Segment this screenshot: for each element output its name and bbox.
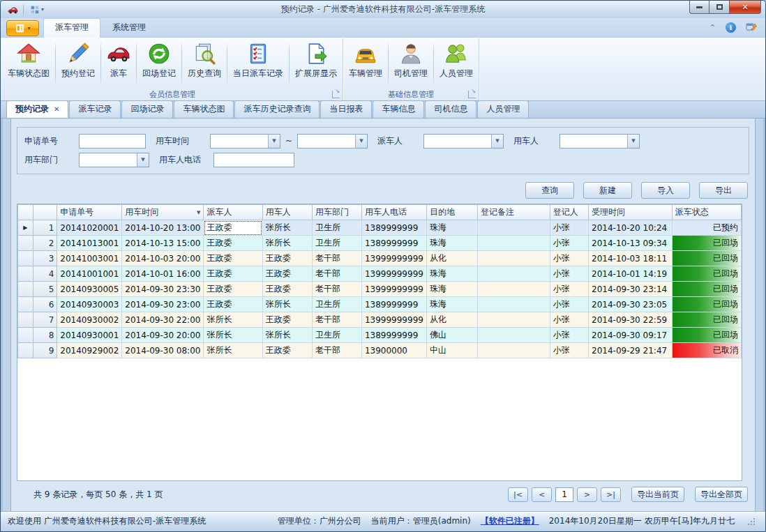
cell-destination[interactable]: 从化 — [426, 251, 477, 266]
group-dialog-launcher-icon[interactable] — [468, 91, 476, 98]
red-car-ribbon-item[interactable]: 派车 — [102, 39, 135, 88]
cell-accept_time[interactable]: 2014-10-13 09:34 — [589, 236, 673, 251]
cell-registrar[interactable]: 小张 — [550, 328, 588, 343]
table-row[interactable]: 4201410010012014-10-01 16:00王政委王政委老干部139… — [18, 266, 742, 282]
cell-department[interactable]: 老干部 — [312, 343, 361, 358]
cell-destination[interactable]: 珠海 — [426, 220, 477, 236]
quick-access-toolbar-button[interactable]: ▾ — [28, 4, 46, 15]
cell-destination[interactable]: 珠海 — [426, 282, 477, 297]
table-row[interactable]: 2201410130012014-10-13 15:00王政委张所长卫生所138… — [18, 236, 742, 251]
cell-dispatcher[interactable]: 王政委 — [204, 251, 262, 266]
cell-department[interactable]: 老干部 — [312, 282, 361, 297]
cell-apply_no[interactable]: 20140930003 — [57, 297, 122, 312]
cell-dispatcher[interactable]: 王政委 — [204, 266, 262, 282]
recycle-ribbon-item[interactable]: 回场登记 — [137, 39, 181, 88]
cell-phone[interactable]: 1389999999 — [361, 236, 426, 251]
ribbon-tab-0[interactable]: 派车管理 — [43, 18, 100, 38]
doc-tab-0[interactable]: 预约记录✕ — [6, 100, 68, 118]
cell-department[interactable]: 卫生所 — [312, 236, 361, 251]
cell-dispatcher[interactable]: 张所长 — [204, 328, 262, 343]
cell-apply_no[interactable]: 20140929002 — [57, 343, 122, 358]
cell-accept_time[interactable]: 2014-09-30 22:59 — [589, 312, 673, 328]
cell-status[interactable]: 已回场 — [672, 328, 741, 343]
cell-user[interactable]: 张所长 — [262, 220, 312, 236]
cell-user[interactable]: 张所长 — [262, 236, 312, 251]
cell-apply_no[interactable]: 20141003001 — [57, 251, 122, 266]
cell-user[interactable]: 张所长 — [262, 328, 312, 343]
cell-accept_time[interactable]: 2014-09-30 09:17 — [589, 328, 673, 343]
cell-accept_time[interactable]: 2014-09-29 21:47 — [589, 343, 673, 358]
cell-use_time[interactable]: 2014-10-13 15:00 — [122, 236, 204, 251]
prev-page-button[interactable]: < — [532, 487, 552, 502]
cell-remark[interactable] — [477, 297, 550, 312]
history-search-ribbon-item[interactable]: 历史查询 — [183, 39, 226, 88]
table-row[interactable]: 8201409300012014-09-30 20:00张所长张所长卫生所138… — [18, 328, 742, 343]
cell-apply_no[interactable]: 20140930005 — [57, 282, 122, 297]
doc-tab-8[interactable]: 人员管理 — [477, 100, 529, 118]
cell-phone[interactable]: 13999999999 — [361, 266, 426, 282]
cell-apply_no[interactable]: 20141013001 — [57, 236, 122, 251]
info-icon[interactable]: i — [726, 22, 736, 33]
cell-user[interactable]: 张所长 — [262, 297, 312, 312]
cell-accept_time[interactable]: 2014-10-03 18:11 — [589, 251, 673, 266]
people-ribbon-item[interactable]: 人员管理 — [435, 39, 478, 88]
cell-use_time[interactable]: 2014-09-30 23:30 — [122, 282, 204, 297]
cell-phone[interactable]: 13999999999 — [361, 251, 426, 266]
use-time-to-combo[interactable]: ▼ — [297, 134, 368, 149]
column-header-0[interactable]: 申请单号 — [57, 205, 122, 220]
table-row[interactable]: 5201409300052014-09-30 23:30王政委王政委老干部139… — [18, 282, 742, 297]
yellow-car-ribbon-item[interactable]: 车辆管理 — [344, 39, 387, 88]
cell-use_time[interactable]: 2014-10-03 20:00 — [122, 251, 204, 266]
cell-remark[interactable] — [477, 328, 550, 343]
doc-tab-4[interactable]: 派车历史记录查询 — [234, 100, 320, 118]
cell-dispatcher[interactable]: 王政委 — [204, 220, 262, 236]
user-combo[interactable]: ▼ — [560, 134, 640, 149]
dispatcher-combo[interactable]: ▼ — [423, 134, 504, 149]
column-header-4[interactable]: 用车部门 — [312, 205, 361, 220]
column-header-3[interactable]: 用车人 — [262, 205, 312, 220]
cell-registrar[interactable]: 小张 — [550, 312, 588, 328]
cell-status[interactable]: 已取消 — [672, 343, 741, 358]
cell-registrar[interactable]: 小张 — [550, 343, 588, 358]
group-dialog-launcher-icon[interactable] — [332, 91, 340, 98]
collapse-ribbon-icon[interactable]: ⌃ — [709, 24, 716, 31]
cell-remark[interactable] — [477, 343, 550, 358]
column-header-7[interactable]: 登记备注 — [477, 205, 550, 220]
export-all-pages-button[interactable]: 导出全部页 — [695, 487, 748, 502]
cell-phone[interactable]: 1389999999 — [361, 328, 426, 343]
cell-remark[interactable] — [477, 236, 550, 251]
first-page-button[interactable]: |< — [508, 487, 528, 502]
column-header-2[interactable]: 派车人 — [204, 205, 262, 220]
column-header-9[interactable]: 受理时间 — [589, 205, 673, 220]
table-row[interactable]: ▶1201410200012014-10-20 13:00王政委张所长卫生所13… — [18, 220, 742, 236]
page-number-input[interactable] — [555, 487, 573, 502]
cell-apply_no[interactable]: 20141001001 — [57, 266, 122, 282]
table-row[interactable]: 9201409290022014-09-30 08:00张所长王政委老干部139… — [18, 343, 742, 358]
column-header-5[interactable]: 用车人电话 — [361, 205, 426, 220]
pencil-ribbon-item[interactable]: 预约登记 — [57, 39, 100, 88]
apply-no-input[interactable] — [79, 134, 146, 149]
cell-use_time[interactable]: 2014-09-30 20:00 — [122, 328, 204, 343]
column-header-6[interactable]: 目的地 — [426, 205, 477, 220]
query-button[interactable]: 查询 — [525, 182, 574, 199]
cell-phone[interactable]: 1389999999 — [361, 220, 426, 236]
cell-accept_time[interactable]: 2014-09-30 23:14 — [589, 282, 673, 297]
cell-dispatcher[interactable]: 王政委 — [204, 236, 262, 251]
checklist-ribbon-item[interactable]: 当日派车记录 — [228, 39, 288, 88]
cell-registrar[interactable]: 小张 — [550, 236, 588, 251]
cell-destination[interactable]: 中山 — [426, 343, 477, 358]
cell-remark[interactable] — [477, 282, 550, 297]
cell-department[interactable]: 卫生所 — [312, 297, 361, 312]
cell-remark[interactable] — [477, 220, 550, 236]
cell-user[interactable]: 王政委 — [262, 282, 312, 297]
cell-registrar[interactable]: 小张 — [550, 251, 588, 266]
cell-accept_time[interactable]: 2014-10-01 14:19 — [589, 266, 673, 282]
cell-apply_no[interactable]: 20140930002 — [57, 312, 122, 328]
cell-dispatcher[interactable]: 张所长 — [204, 312, 262, 328]
import-button[interactable]: 导入 — [641, 182, 690, 199]
cell-department[interactable]: 老干部 — [312, 312, 361, 328]
cell-registrar[interactable]: 小张 — [550, 282, 588, 297]
cell-destination[interactable]: 珠海 — [426, 236, 477, 251]
app-menu-button[interactable]: ▾ — [6, 20, 39, 36]
doc-tab-7[interactable]: 司机信息 — [425, 100, 476, 118]
